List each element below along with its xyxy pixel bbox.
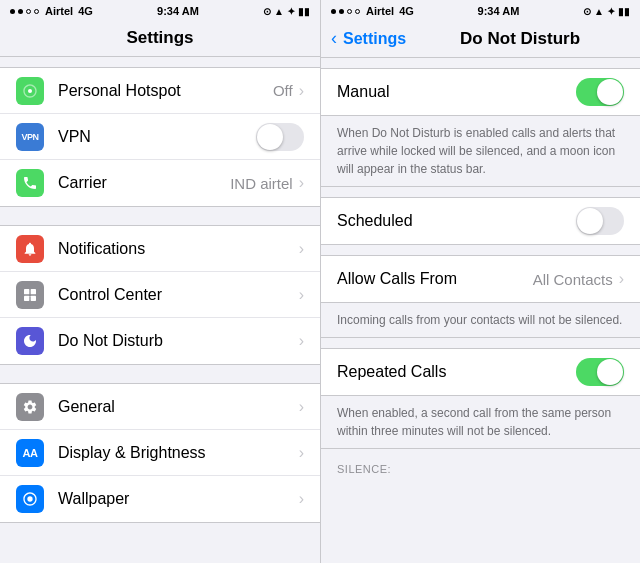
r-wifi-icon: ▲	[594, 6, 604, 17]
display-label: Display & Brightness	[58, 444, 299, 462]
hotspot-value: Off	[273, 82, 293, 99]
allowcalls-chevron: ›	[619, 270, 624, 288]
signal-dot-2	[18, 9, 23, 14]
vpn-icon: VPN	[16, 123, 44, 151]
right-status-left: Airtel 4G	[331, 5, 414, 17]
r-signal-dot-3	[347, 9, 352, 14]
back-chevron-icon[interactable]: ‹	[331, 28, 337, 49]
dnd-allowcalls-description: Incoming calls from your contacts will n…	[321, 303, 640, 338]
control-center-icon	[16, 281, 44, 309]
svg-point-5	[27, 496, 32, 501]
left-status-left: Airtel 4G	[10, 5, 93, 17]
r-location-icon: ⊙	[583, 6, 591, 17]
carrier-value: IND airtel	[230, 175, 293, 192]
sidebar-item-dnd[interactable]: Do Not Disturb ›	[0, 318, 320, 364]
svg-rect-4	[31, 295, 36, 300]
r-bluetooth-icon: ✦	[607, 6, 615, 17]
dnd-manual-description: When Do Not Disturb is enabled calls and…	[321, 116, 640, 187]
wallpaper-icon	[16, 485, 44, 513]
right-time: 9:34 AM	[478, 5, 520, 17]
back-button[interactable]: Settings	[343, 30, 406, 48]
repeatedcalls-toggle-knob	[597, 359, 623, 385]
r-signal-dot-4	[355, 9, 360, 14]
sidebar-item-control-center[interactable]: Control Center ›	[0, 272, 320, 318]
dnd-scheduled-section: Scheduled	[321, 197, 640, 245]
right-status-bar: Airtel 4G 9:34 AM ⊙ ▲ ✦ ▮▮	[321, 0, 640, 22]
general-label: General	[58, 398, 299, 416]
left-carrier: Airtel	[45, 5, 73, 17]
location-icon: ⊙	[263, 6, 271, 17]
sidebar-item-wallpaper[interactable]: Wallpaper ›	[0, 476, 320, 522]
sidebar-item-display[interactable]: AA Display & Brightness ›	[0, 430, 320, 476]
manual-toggle[interactable]	[576, 78, 624, 106]
right-network: 4G	[399, 5, 414, 17]
sidebar-item-carrier[interactable]: Carrier IND airtel ›	[0, 160, 320, 206]
sidebar-item-hotspot[interactable]: Personal Hotspot Off ›	[0, 68, 320, 114]
sidebar-item-vpn[interactable]: VPN VPN	[0, 114, 320, 160]
dnd-allowcalls-label: Allow Calls From	[337, 270, 533, 288]
right-nav-bar: ‹ Settings Do Not Disturb	[321, 22, 640, 58]
carrier-chevron: ›	[299, 174, 304, 192]
carrier-label: Carrier	[58, 174, 230, 192]
svg-rect-2	[31, 289, 36, 294]
left-nav-bar: Settings	[0, 22, 320, 57]
right-panel: Airtel 4G 9:34 AM ⊙ ▲ ✦ ▮▮ ‹ Settings Do…	[320, 0, 640, 563]
dnd-icon	[16, 327, 44, 355]
signal-dot-1	[10, 9, 15, 14]
vpn-toggle-knob	[257, 124, 283, 150]
display-icon: AA	[16, 439, 44, 467]
left-nav-title: Settings	[126, 28, 193, 47]
dnd-manual-section: Manual	[321, 68, 640, 116]
dnd-repeatedcalls-row[interactable]: Repeated Calls	[321, 349, 640, 395]
dnd-repeatedcalls-section: Repeated Calls	[321, 348, 640, 396]
notifications-icon	[16, 235, 44, 263]
wallpaper-label: Wallpaper	[58, 490, 299, 508]
sidebar-item-notifications[interactable]: Notifications ›	[0, 226, 320, 272]
dnd-manual-row[interactable]: Manual	[321, 69, 640, 115]
display-chevron: ›	[299, 444, 304, 462]
general-chevron: ›	[299, 398, 304, 416]
hotspot-chevron: ›	[299, 82, 304, 100]
carrier-icon	[16, 169, 44, 197]
scheduled-toggle[interactable]	[576, 207, 624, 235]
r-battery-icon: ▮▮	[618, 6, 630, 17]
signal-dot-3	[26, 9, 31, 14]
vpn-toggle[interactable]	[256, 123, 304, 151]
settings-group-3: General › AA Display & Brightness › Wall…	[0, 383, 320, 523]
signal-dot-4	[34, 9, 39, 14]
svg-rect-1	[24, 289, 29, 294]
notifications-label: Notifications	[58, 240, 299, 258]
right-carrier: Airtel	[366, 5, 394, 17]
dnd-chevron: ›	[299, 332, 304, 350]
repeatedcalls-toggle[interactable]	[576, 358, 624, 386]
left-status-right: ⊙ ▲ ✦ ▮▮	[263, 6, 310, 17]
dnd-allowcalls-row[interactable]: Allow Calls From All Contacts ›	[321, 256, 640, 302]
dnd-label: Do Not Disturb	[58, 332, 299, 350]
general-icon	[16, 393, 44, 421]
r-signal-dot-1	[331, 9, 336, 14]
sidebar-item-general[interactable]: General ›	[0, 384, 320, 430]
silence-header: SILENCE:	[321, 449, 640, 479]
vpn-label: VPN	[58, 128, 256, 146]
right-status-right: ⊙ ▲ ✦ ▮▮	[583, 6, 630, 17]
bluetooth-icon: ✦	[287, 6, 295, 17]
dnd-scheduled-row[interactable]: Scheduled	[321, 198, 640, 244]
dnd-repeatedcalls-description: When enabled, a second call from the sam…	[321, 396, 640, 449]
scheduled-toggle-knob	[577, 208, 603, 234]
hotspot-label: Personal Hotspot	[58, 82, 273, 100]
dnd-allowcalls-value: All Contacts	[533, 271, 613, 288]
left-status-bar: Airtel 4G 9:34 AM ⊙ ▲ ✦ ▮▮	[0, 0, 320, 22]
wallpaper-chevron: ›	[299, 490, 304, 508]
svg-point-0	[28, 89, 32, 93]
control-center-chevron: ›	[299, 286, 304, 304]
left-network: 4G	[78, 5, 93, 17]
dnd-manual-label: Manual	[337, 83, 576, 101]
dnd-allowcalls-section: Allow Calls From All Contacts ›	[321, 255, 640, 303]
left-time: 9:34 AM	[157, 5, 199, 17]
wifi-icon: ▲	[274, 6, 284, 17]
r-signal-dot-2	[339, 9, 344, 14]
battery-icon: ▮▮	[298, 6, 310, 17]
left-panel: Airtel 4G 9:34 AM ⊙ ▲ ✦ ▮▮ Settings Pers…	[0, 0, 320, 563]
notifications-chevron: ›	[299, 240, 304, 258]
dnd-scheduled-label: Scheduled	[337, 212, 576, 230]
